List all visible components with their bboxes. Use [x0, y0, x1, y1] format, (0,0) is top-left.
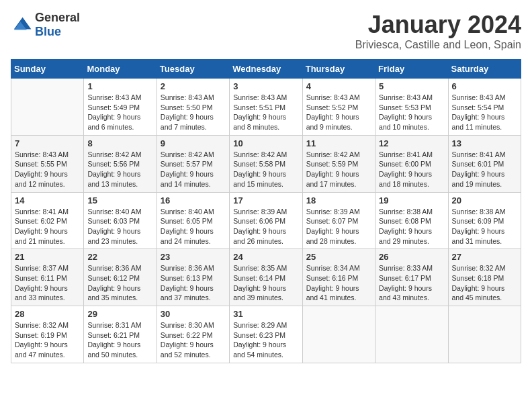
- day-number: 10: [233, 138, 298, 148]
- day-number: 13: [452, 138, 517, 148]
- day-number: 8: [87, 138, 152, 148]
- calendar-cell: [448, 306, 521, 363]
- weekday-header: Thursday: [302, 60, 375, 79]
- calendar-cell: 23Sunrise: 8:36 AMSunset: 6:13 PMDayligh…: [157, 249, 229, 306]
- day-info: Sunrise: 8:33 AMSunset: 6:17 PMDaylight:…: [379, 263, 444, 303]
- weekday-header: Saturday: [448, 60, 521, 79]
- calendar-cell: 20Sunrise: 8:38 AMSunset: 6:09 PMDayligh…: [448, 192, 521, 249]
- calendar-cell: 9Sunrise: 8:42 AMSunset: 5:57 PMDaylight…: [157, 135, 229, 192]
- calendar-cell: 15Sunrise: 8:40 AMSunset: 6:03 PMDayligh…: [84, 192, 157, 249]
- day-number: 15: [87, 195, 152, 205]
- day-number: 29: [87, 309, 152, 319]
- page-header: General Blue January 2024 Briviesca, Cas…: [11, 11, 521, 51]
- day-number: 11: [306, 138, 371, 148]
- day-number: 17: [233, 195, 298, 205]
- calendar-cell: 7Sunrise: 8:43 AMSunset: 5:55 PMDaylight…: [11, 135, 84, 192]
- day-info: Sunrise: 8:38 AMSunset: 6:09 PMDaylight:…: [452, 207, 517, 246]
- calendar-cell: 2Sunrise: 8:43 AMSunset: 5:50 PMDaylight…: [157, 79, 229, 136]
- calendar-cell: 13Sunrise: 8:41 AMSunset: 6:01 PMDayligh…: [448, 135, 521, 192]
- day-info: Sunrise: 8:41 AMSunset: 6:00 PMDaylight:…: [379, 150, 444, 189]
- logo-icon: [11, 14, 32, 36]
- day-number: 26: [379, 252, 444, 262]
- day-info: Sunrise: 8:32 AMSunset: 6:19 PMDaylight:…: [15, 320, 80, 360]
- day-number: 22: [87, 252, 152, 262]
- day-number: 30: [161, 309, 226, 319]
- day-number: 4: [306, 81, 371, 91]
- calendar-cell: 27Sunrise: 8:32 AMSunset: 6:18 PMDayligh…: [448, 249, 521, 306]
- weekday-header: Sunday: [11, 60, 84, 79]
- day-info: Sunrise: 8:43 AMSunset: 5:52 PMDaylight:…: [306, 93, 371, 132]
- day-number: 7: [15, 138, 80, 148]
- day-info: Sunrise: 8:35 AMSunset: 6:14 PMDaylight:…: [233, 263, 298, 303]
- calendar-week-row: 28Sunrise: 8:32 AMSunset: 6:19 PMDayligh…: [11, 306, 521, 363]
- day-number: 5: [379, 81, 444, 91]
- calendar-cell: [302, 306, 375, 363]
- day-info: Sunrise: 8:31 AMSunset: 6:21 PMDaylight:…: [87, 320, 152, 360]
- weekday-header: Tuesday: [157, 60, 229, 79]
- day-number: 2: [161, 81, 226, 91]
- day-info: Sunrise: 8:37 AMSunset: 6:11 PMDaylight:…: [15, 263, 80, 303]
- calendar-cell: 25Sunrise: 8:34 AMSunset: 6:16 PMDayligh…: [302, 249, 375, 306]
- day-number: 14: [15, 195, 80, 205]
- day-info: Sunrise: 8:42 AMSunset: 5:58 PMDaylight:…: [233, 150, 298, 189]
- calendar-cell: 18Sunrise: 8:39 AMSunset: 6:07 PMDayligh…: [302, 192, 375, 249]
- logo-blue-text: Blue: [35, 25, 61, 38]
- calendar-cell: 29Sunrise: 8:31 AMSunset: 6:21 PMDayligh…: [84, 306, 157, 363]
- day-info: Sunrise: 8:43 AMSunset: 5:55 PMDaylight:…: [15, 150, 80, 189]
- day-info: Sunrise: 8:41 AMSunset: 6:01 PMDaylight:…: [452, 150, 517, 189]
- calendar-cell: [375, 306, 448, 363]
- day-info: Sunrise: 8:42 AMSunset: 5:57 PMDaylight:…: [161, 150, 226, 189]
- calendar-cell: 28Sunrise: 8:32 AMSunset: 6:19 PMDayligh…: [11, 306, 84, 363]
- month-title: January 2024: [355, 11, 521, 39]
- day-number: 20: [452, 195, 517, 205]
- calendar-cell: 26Sunrise: 8:33 AMSunset: 6:17 PMDayligh…: [375, 249, 448, 306]
- calendar-cell: 24Sunrise: 8:35 AMSunset: 6:14 PMDayligh…: [230, 249, 302, 306]
- calendar-cell: 5Sunrise: 8:43 AMSunset: 5:53 PMDaylight…: [375, 79, 448, 136]
- day-number: 1: [87, 81, 152, 91]
- calendar-cell: 11Sunrise: 8:42 AMSunset: 5:59 PMDayligh…: [302, 135, 375, 192]
- calendar-cell: 3Sunrise: 8:43 AMSunset: 5:51 PMDaylight…: [230, 79, 302, 136]
- day-number: 9: [161, 138, 226, 148]
- calendar-cell: 16Sunrise: 8:40 AMSunset: 6:05 PMDayligh…: [157, 192, 229, 249]
- title-area: January 2024 Briviesca, Castille and Leo…: [355, 11, 521, 51]
- location-title: Briviesca, Castille and Leon, Spain: [355, 39, 521, 51]
- calendar-week-row: 14Sunrise: 8:41 AMSunset: 6:02 PMDayligh…: [11, 192, 521, 249]
- day-number: 28: [15, 309, 80, 319]
- day-info: Sunrise: 8:40 AMSunset: 6:05 PMDaylight:…: [161, 207, 226, 246]
- calendar-cell: 22Sunrise: 8:36 AMSunset: 6:12 PMDayligh…: [84, 249, 157, 306]
- calendar-cell: 8Sunrise: 8:42 AMSunset: 5:56 PMDaylight…: [84, 135, 157, 192]
- calendar-cell: 14Sunrise: 8:41 AMSunset: 6:02 PMDayligh…: [11, 192, 84, 249]
- day-info: Sunrise: 8:29 AMSunset: 6:23 PMDaylight:…: [233, 320, 298, 360]
- calendar-cell: 1Sunrise: 8:43 AMSunset: 5:49 PMDaylight…: [84, 79, 157, 136]
- day-number: 19: [379, 195, 444, 205]
- logo: General Blue: [11, 11, 80, 39]
- day-info: Sunrise: 8:43 AMSunset: 5:50 PMDaylight:…: [161, 93, 226, 132]
- day-info: Sunrise: 8:32 AMSunset: 6:18 PMDaylight:…: [452, 263, 517, 303]
- calendar-header-row: SundayMondayTuesdayWednesdayThursdayFrid…: [11, 60, 521, 79]
- day-info: Sunrise: 8:42 AMSunset: 5:56 PMDaylight:…: [87, 150, 152, 189]
- day-info: Sunrise: 8:39 AMSunset: 6:07 PMDaylight:…: [306, 207, 371, 246]
- day-number: 31: [233, 309, 298, 319]
- weekday-header: Monday: [84, 60, 157, 79]
- day-info: Sunrise: 8:39 AMSunset: 6:06 PMDaylight:…: [233, 207, 298, 246]
- day-info: Sunrise: 8:34 AMSunset: 6:16 PMDaylight:…: [306, 263, 371, 303]
- calendar-week-row: 1Sunrise: 8:43 AMSunset: 5:49 PMDaylight…: [11, 79, 521, 136]
- weekday-header: Wednesday: [230, 60, 302, 79]
- calendar-cell: 21Sunrise: 8:37 AMSunset: 6:11 PMDayligh…: [11, 249, 84, 306]
- calendar-cell: 4Sunrise: 8:43 AMSunset: 5:52 PMDaylight…: [302, 79, 375, 136]
- day-number: 24: [233, 252, 298, 262]
- calendar-cell: 31Sunrise: 8:29 AMSunset: 6:23 PMDayligh…: [230, 306, 302, 363]
- day-info: Sunrise: 8:30 AMSunset: 6:22 PMDaylight:…: [161, 320, 226, 360]
- day-number: 6: [452, 81, 517, 91]
- day-number: 12: [379, 138, 444, 148]
- calendar-cell: 19Sunrise: 8:38 AMSunset: 6:08 PMDayligh…: [375, 192, 448, 249]
- calendar-cell: 10Sunrise: 8:42 AMSunset: 5:58 PMDayligh…: [230, 135, 302, 192]
- day-info: Sunrise: 8:43 AMSunset: 5:54 PMDaylight:…: [452, 93, 517, 132]
- day-info: Sunrise: 8:41 AMSunset: 6:02 PMDaylight:…: [15, 207, 80, 246]
- day-number: 21: [15, 252, 80, 262]
- day-number: 16: [161, 195, 226, 205]
- day-number: 18: [306, 195, 371, 205]
- day-info: Sunrise: 8:36 AMSunset: 6:13 PMDaylight:…: [161, 263, 226, 303]
- day-number: 27: [452, 252, 517, 262]
- logo-general-text: General: [35, 11, 80, 24]
